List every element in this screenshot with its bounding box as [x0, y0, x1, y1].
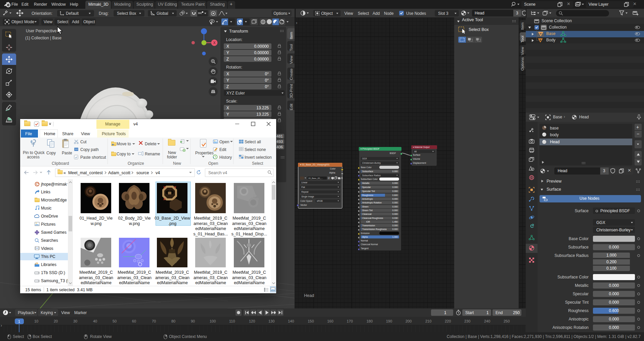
- svg-text:X: X: [213, 41, 216, 45]
